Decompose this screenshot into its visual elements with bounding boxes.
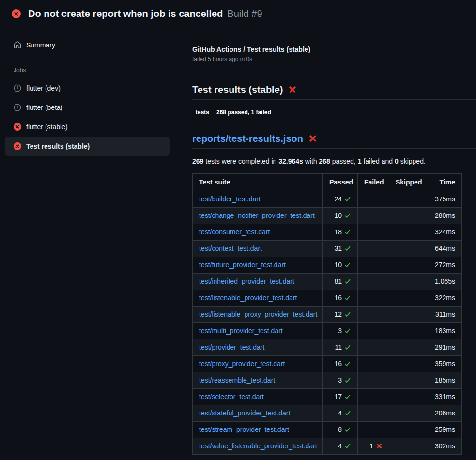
table-row: test/proxy_provider_test.dart16359ms (193, 356, 462, 372)
table-row: test/future_provider_test.dart10272ms (193, 257, 462, 274)
table-row: test/multi_provider_test.dart3183ms (193, 323, 462, 339)
test-suite-link[interactable]: test/multi_provider_test.dart (199, 327, 283, 335)
sidebar-item-summary[interactable]: Summary (5, 36, 170, 54)
count-cell (358, 339, 389, 356)
table-row: test/reassemble_test.dart3185ms (193, 372, 462, 389)
test-suite-link[interactable]: test/future_provider_test.dart (199, 261, 286, 269)
count-cell (358, 274, 389, 290)
run-subtitle: failed 5 hours ago in 0s (192, 56, 476, 62)
badge-label: tests (192, 107, 213, 117)
column-header-failed: Failed (358, 174, 389, 191)
check-icon (344, 311, 351, 318)
count-cell: 31 (323, 241, 358, 257)
check-icon (344, 344, 351, 351)
count-cell (358, 372, 389, 389)
count-cell: 8 (323, 422, 358, 438)
check-icon (344, 327, 351, 334)
test-suite-link[interactable]: test/proxy_provider_test.dart (199, 360, 285, 368)
x-circle-icon (12, 9, 21, 18)
test-suite-cell: test/listenable_proxy_provider_test.dart (193, 307, 323, 323)
sidebar-item-label: flutter (dev) (26, 84, 61, 92)
sidebar-item-flutter-beta[interactable]: flutter (beta) (5, 98, 170, 117)
table-row: test/selector_test.dart17331ms (193, 389, 462, 405)
sidebar-item-flutter-stable[interactable]: flutter (stable) (5, 117, 170, 137)
home-icon (14, 41, 21, 49)
summary-segment: 269 (192, 157, 203, 165)
test-suite-cell: test/consumer_test.dart (193, 224, 323, 241)
x-circle-icon (14, 123, 21, 131)
count-cell: 11 (323, 339, 358, 356)
check-icon (344, 377, 351, 383)
time-cell: 359ms (428, 356, 462, 372)
test-suite-cell: test/value_listenable_provider_test.dart (193, 438, 323, 455)
count-cell: 4 (323, 405, 358, 422)
count-cell: 10 (323, 257, 358, 274)
count-cell: 1 (358, 438, 389, 455)
jobs-section-label: Jobs (14, 67, 170, 74)
count-cell (389, 438, 428, 455)
table-row: test/builder_test.dart24375ms (193, 191, 462, 208)
test-results-table: Test suite Passed Failed Skipped Time te… (192, 173, 462, 455)
sidebar-item-flutter-dev[interactable]: flutter (dev) (5, 78, 170, 98)
report-heading: reports/test-results.json (192, 133, 476, 149)
table-row: test/change_notifier_provider_test.dart1… (193, 208, 462, 224)
count-cell (389, 274, 428, 290)
test-summary-line: 269 tests were completed in 32.964s with… (192, 157, 476, 166)
jobs-list: flutter (dev)flutter (beta)flutter (stab… (5, 78, 170, 156)
time-cell: 1.065s (428, 274, 462, 290)
count-value: 10 (334, 212, 342, 219)
count-value: 16 (334, 360, 342, 368)
test-suite-link[interactable]: test/inherited_provider_test.dart (199, 277, 294, 285)
count-cell (389, 422, 428, 438)
test-suite-cell: test/builder_test.dart (193, 191, 323, 208)
test-suite-link[interactable]: test/consumer_test.dart (199, 228, 270, 236)
check-icon (344, 229, 351, 235)
count-cell (389, 290, 428, 307)
time-cell: 331ms (428, 389, 462, 405)
time-cell: 259ms (428, 422, 462, 438)
test-suite-cell: test/proxy_provider_test.dart (193, 356, 323, 372)
column-header-test-suite: Test suite (193, 174, 323, 191)
test-suite-link[interactable]: test/stateful_provider_test.dart (199, 409, 290, 417)
section-heading-text: Test results (stable) (192, 84, 283, 95)
test-suite-link[interactable]: test/listenable_proxy_provider_test.dart (199, 310, 317, 318)
test-suite-link[interactable]: test/builder_test.dart (199, 195, 261, 203)
test-suite-cell: test/future_provider_test.dart (193, 257, 323, 274)
count-cell (358, 405, 389, 422)
time-cell: 322ms (428, 290, 462, 307)
count-value: 4 (338, 442, 342, 450)
count-cell (389, 339, 428, 356)
check-icon (344, 443, 351, 449)
test-suite-link[interactable]: test/value_listenable_provider_test.dart (199, 442, 317, 450)
check-run-header: Do not create report when job is cancell… (0, 0, 476, 28)
test-suite-link[interactable]: test/listenable_provider_test.dart (199, 294, 297, 302)
tests-status-badge: tests 268 passed, 1 failed (192, 107, 275, 117)
sidebar-item-label: flutter (stable) (26, 123, 68, 131)
count-cell: 81 (323, 274, 358, 290)
x-icon (376, 443, 383, 449)
test-suite-link[interactable]: test/reassemble_test.dart (199, 376, 275, 384)
count-value: 12 (334, 310, 342, 318)
stop-icon (14, 84, 21, 92)
badge-message: 268 passed, 1 failed (213, 107, 275, 117)
test-suite-link[interactable]: test/selector_test.dart (199, 393, 264, 400)
count-cell (389, 257, 428, 274)
count-value: 1 (369, 442, 373, 450)
count-cell: 3 (323, 372, 358, 389)
table-row: test/listenable_provider_test.dart16322m… (193, 290, 462, 307)
count-cell: 10 (323, 208, 358, 224)
count-cell (358, 307, 389, 323)
test-suite-link[interactable]: test/stream_provider_test.dart (199, 426, 289, 433)
failed-x-icon (288, 85, 297, 94)
count-cell: 12 (323, 307, 358, 323)
sidebar-item-test-results-stable[interactable]: Test results (stable) (5, 137, 170, 156)
failed-x-icon (308, 134, 317, 143)
summary-segment: 1 (358, 157, 362, 165)
test-suite-link[interactable]: test/change_notifier_provider_test.dart (199, 212, 315, 219)
test-suite-link[interactable]: test/context_test.dart (199, 245, 262, 252)
count-cell (389, 372, 428, 389)
count-cell (389, 208, 428, 224)
time-cell: 291ms (428, 339, 462, 356)
test-suite-link[interactable]: test/provider_test.dart (199, 343, 264, 351)
column-header-skipped: Skipped (389, 174, 428, 191)
